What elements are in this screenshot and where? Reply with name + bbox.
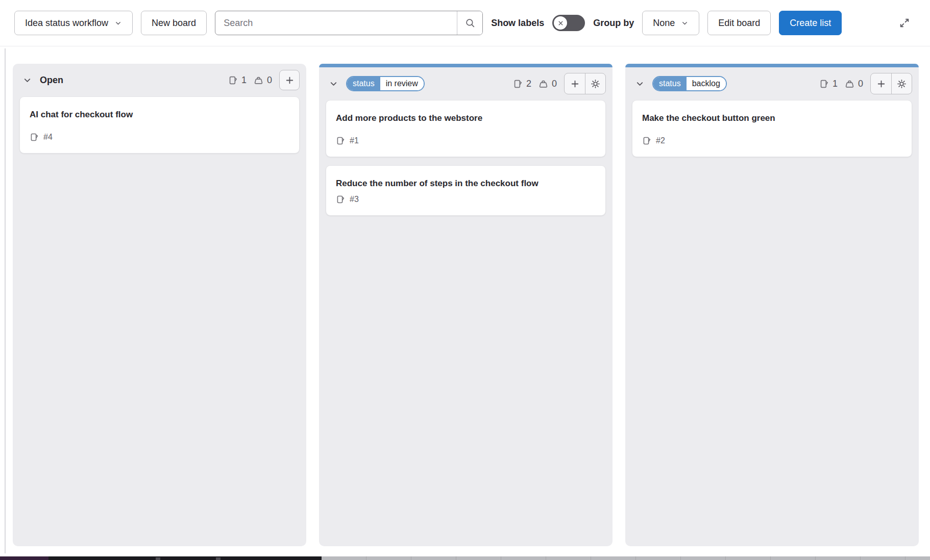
list-header: status backlog 1 0 — [625, 67, 919, 100]
board-toolbar: Idea status workflow New board Show labe… — [0, 0, 930, 46]
collapse-list-button[interactable] — [326, 76, 341, 91]
issue-reference: #1 — [350, 136, 359, 145]
board-list-status-backlog: status backlog 1 0 — [625, 64, 919, 546]
board-list-status-in-review: status in review 2 0 — [319, 64, 613, 546]
card-footer: #4 — [30, 133, 289, 142]
weight-count: 0 — [845, 79, 863, 89]
card-title: Make the checkout button green — [642, 113, 902, 124]
new-issue-button[interactable] — [279, 70, 300, 90]
card-list: AI chat for checkout flow #4 — [13, 96, 306, 154]
create-list-button[interactable]: Create list — [779, 11, 842, 35]
list-settings-button[interactable] — [891, 73, 912, 94]
chevron-down-icon — [114, 19, 122, 27]
gear-icon — [897, 79, 907, 89]
weight-count-value: 0 — [552, 79, 557, 89]
board-list-open: Open 1 0 — [13, 64, 306, 546]
group-by-value: None — [653, 18, 675, 29]
close-icon — [557, 20, 564, 27]
card-title: Reduce the number of steps in the checko… — [336, 178, 550, 189]
plus-icon — [285, 75, 295, 85]
list-color-bar — [319, 64, 613, 67]
expand-board-button[interactable] — [893, 12, 916, 34]
maximize-icon — [899, 17, 910, 29]
board-columns: Open 1 0 — [0, 46, 930, 546]
show-labels-label: Show labels — [491, 18, 544, 29]
board-card[interactable]: AI chat for checkout flow #4 — [19, 96, 300, 154]
search-icon — [465, 18, 475, 28]
label-scope: status — [347, 77, 380, 90]
scoped-label[interactable]: status backlog — [652, 76, 727, 91]
board-card[interactable]: Add more products to the webstore #1 — [326, 100, 606, 157]
group-by-dropdown[interactable]: None — [642, 11, 699, 35]
left-pane-divider — [5, 48, 6, 553]
toggle-knob — [554, 16, 567, 30]
issue-type-icon — [642, 136, 651, 145]
list-actions-group — [870, 73, 912, 94]
issue-count: 1 — [819, 79, 838, 89]
list-header: status in review 2 0 — [319, 67, 613, 100]
issues-icon — [819, 79, 829, 89]
issue-type-icon — [30, 133, 39, 142]
taskbar-segment — [0, 556, 48, 560]
group-by-label: Group by — [593, 18, 634, 29]
weight-icon — [845, 79, 854, 89]
new-issue-button[interactable] — [871, 73, 891, 94]
new-issue-button[interactable] — [565, 73, 585, 94]
scoped-label[interactable]: status in review — [346, 76, 425, 91]
issue-count-value: 2 — [526, 79, 531, 89]
card-footer: #2 — [642, 136, 902, 145]
list-color-bar — [625, 64, 919, 67]
card-footer: #3 — [336, 195, 596, 204]
board-card[interactable]: Reduce the number of steps in the checko… — [326, 165, 606, 215]
issue-count: 1 — [228, 75, 247, 86]
card-title: Add more products to the webstore — [336, 113, 596, 124]
weight-icon — [539, 79, 548, 89]
search-input[interactable] — [215, 11, 457, 35]
list-header-actions: 2 0 — [513, 73, 606, 94]
issue-type-icon — [336, 136, 345, 145]
weight-count-value: 0 — [267, 75, 272, 86]
issue-reference: #4 — [43, 133, 53, 142]
list-header-actions: 1 0 — [819, 73, 912, 94]
collapse-list-button[interactable] — [19, 72, 35, 88]
label-scope: status — [653, 77, 687, 90]
weight-count: 0 — [254, 75, 272, 86]
plus-icon — [570, 79, 580, 89]
issue-reference: #3 — [350, 195, 359, 204]
plus-icon — [876, 79, 886, 89]
show-labels-toggle[interactable] — [552, 15, 585, 31]
issue-count-value: 1 — [833, 79, 838, 89]
chevron-down-icon — [681, 19, 689, 27]
label-value: in review — [380, 77, 424, 90]
taskbar-segment — [322, 556, 930, 560]
list-settings-button[interactable] — [585, 73, 605, 94]
gear-icon — [591, 79, 600, 89]
weight-count: 0 — [539, 79, 557, 89]
new-board-label: New board — [152, 18, 196, 29]
issue-count-value: 1 — [241, 75, 247, 86]
issues-icon — [228, 75, 238, 85]
weight-icon — [254, 75, 263, 85]
collapse-list-button[interactable] — [632, 76, 647, 91]
taskbar-strip — [0, 556, 930, 560]
list-header-actions: 1 0 — [228, 70, 300, 90]
board-card[interactable]: Make the checkout button green #2 — [632, 100, 912, 157]
issue-count: 2 — [513, 79, 531, 89]
weight-count-value: 0 — [858, 79, 863, 89]
taskbar-icon-fragment — [156, 557, 160, 560]
list-header: Open 1 0 — [13, 64, 306, 96]
card-title: AI chat for checkout flow — [30, 109, 289, 120]
edit-board-button[interactable]: Edit board — [707, 11, 771, 35]
issues-icon — [513, 79, 523, 89]
card-list: Make the checkout button green #2 — [625, 100, 919, 157]
list-actions-group — [564, 73, 606, 94]
search-box — [215, 11, 483, 35]
chevron-down-icon — [635, 79, 645, 89]
new-board-button[interactable]: New board — [141, 11, 207, 35]
issue-type-icon — [336, 195, 345, 204]
list-title: Open — [40, 75, 63, 86]
search-button[interactable] — [457, 11, 482, 35]
issue-reference: #2 — [656, 136, 665, 145]
card-list: Add more products to the webstore #1 Red… — [319, 100, 613, 216]
board-switcher-dropdown[interactable]: Idea status workflow — [14, 11, 133, 35]
